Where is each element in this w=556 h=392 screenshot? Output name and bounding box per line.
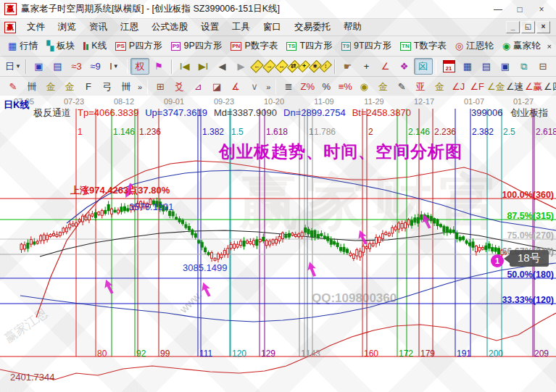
- percent-lines-button[interactable]: ≡%: [336, 78, 354, 95]
- prev-candle-button[interactable]: ◀: [213, 58, 232, 75]
- fan-box-button[interactable]: ⊿: [188, 78, 207, 95]
- close-button[interactable]: ×: [536, 4, 547, 14]
- info-panel-button-icon: ▤: [53, 61, 62, 72]
- gann-shape-tool-button-icon: ❖: [400, 61, 409, 72]
- angle-tool-button[interactable]: ∠: [376, 58, 395, 75]
- angle-f-button[interactable]: ∠F: [468, 78, 486, 95]
- menu-item-0[interactable]: 文件: [20, 20, 51, 35]
- notes-button[interactable]: ▤: [477, 58, 496, 75]
- angle-speed-button[interactable]: ∠速: [505, 78, 524, 95]
- brush-button[interactable]: ✎: [392, 78, 411, 95]
- menu-item-8[interactable]: 交易委托: [288, 20, 337, 35]
- candle-width-button[interactable]: ǀ▼: [105, 58, 124, 75]
- shift-right-button[interactable]: →: [262, 59, 275, 72]
- draw-pen-button[interactable]: ✎: [4, 78, 22, 95]
- ratio-label-1: 1: [309, 127, 314, 137]
- menu-item-7[interactable]: 窗口: [257, 20, 288, 35]
- gann-time-grid-button[interactable]: 卌: [117, 78, 136, 95]
- menu-item-2[interactable]: 资讯: [83, 20, 114, 35]
- ratio-lines-button[interactable]: ≣: [279, 78, 298, 95]
- menu-item-1[interactable]: 浏览: [51, 20, 83, 35]
- gann-box-button[interactable]: ⊞: [151, 78, 170, 95]
- overflow-grids[interactable]: »: [136, 83, 144, 91]
- save-button[interactable]: ▣: [496, 58, 515, 75]
- menu-item-6[interactable]: 工具: [225, 20, 257, 35]
- expand-v-button[interactable]: ↕: [320, 60, 332, 72]
- percent-z-button[interactable]: Z%: [298, 78, 317, 95]
- toolbar-separator: [436, 59, 437, 74]
- count-label-200: 200: [489, 349, 503, 359]
- t-number-table-button[interactable]: TNT数字表: [396, 38, 451, 54]
- angle-win-button[interactable]: ∠赢: [524, 78, 543, 95]
- 9t-square-button[interactable]: T99T四方形: [337, 38, 396, 54]
- kline-button[interactable]: K线: [79, 38, 111, 54]
- gann-f-grid-button[interactable]: F: [79, 78, 98, 95]
- restore-rights-button[interactable]: 权: [130, 58, 149, 75]
- percent-button[interactable]: %: [317, 78, 336, 95]
- overflow-fans[interactable]: »: [264, 83, 273, 91]
- sectors-button[interactable]: ▚板块: [42, 38, 79, 54]
- data-download-button[interactable]: ⊟: [534, 58, 552, 75]
- compress-all-button[interactable]: +: [298, 60, 310, 72]
- angle-j-button-icon: ∠J: [452, 81, 465, 92]
- p-square-button[interactable]: PSP四方形: [111, 38, 167, 54]
- t-square-button[interactable]: TST四方形: [282, 38, 336, 54]
- angle-gold-button[interactable]: ∠金: [486, 78, 505, 95]
- chart9-button-icon: ≈9: [90, 61, 100, 72]
- compress-h-button[interactable]: ⇄: [287, 60, 299, 72]
- gann-wheel-button[interactable]: ◎江恩轮: [451, 38, 498, 54]
- chart-area[interactable]: 日K线 极反通道Tp=4066.3839Up=3747.3619Md=3387.…: [0, 96, 556, 392]
- fan-lines-button[interactable]: 爻: [170, 78, 188, 95]
- gann-gold-grid-button[interactable]: 金: [41, 78, 60, 95]
- day-marker-badge[interactable]: 1: [491, 254, 504, 267]
- expand-h-button[interactable]: ↔: [275, 59, 288, 72]
- first-page-button[interactable]: Ⅰ◀: [175, 58, 194, 75]
- angle-j-button[interactable]: ∠J: [449, 78, 468, 95]
- winner-wheel-button[interactable]: ◉赢家轮: [498, 38, 545, 54]
- smart-analysis-button[interactable]: 囟: [414, 58, 433, 75]
- menu-item-9[interactable]: 帮助: [337, 20, 368, 35]
- angle-four-button[interactable]: ∠四: [543, 78, 556, 95]
- gann-grid-button[interactable]: 卌: [22, 78, 41, 95]
- toolbar-overflow-icon[interactable]: ×: [545, 42, 554, 51]
- last-page-button[interactable]: ▶Ⅰ: [194, 58, 213, 75]
- levels-flag-button[interactable]: ⚑: [149, 58, 168, 75]
- gann-shape-tool-button[interactable]: ❖: [395, 58, 414, 75]
- mdi-close-button[interactable]: ×: [536, 21, 550, 33]
- mdi-restore-button[interactable]: ◱: [521, 21, 535, 33]
- mdi-system-icon[interactable]: 赢: [4, 22, 16, 33]
- chart3-button[interactable]: ≈3: [67, 58, 86, 75]
- gann-gold-grid2-button[interactable]: 金: [60, 78, 79, 95]
- transfer-button[interactable]: ⧉: [515, 58, 534, 75]
- menu-item-5[interactable]: 设置: [194, 20, 225, 35]
- menu-item-3[interactable]: 江恩: [114, 20, 145, 35]
- expand-all-button[interactable]: ∗: [309, 60, 321, 72]
- info-panel-button[interactable]: ▤: [49, 58, 67, 75]
- ratio-label-1.618: 1.618: [266, 127, 288, 137]
- zigzag-button[interactable]: ∨: [245, 78, 264, 95]
- gann-ya-button[interactable]: 亚: [411, 78, 430, 95]
- mdi-minimize-button[interactable]: _: [506, 21, 520, 33]
- shift-left-button[interactable]: ←: [250, 59, 263, 72]
- gold-section-button[interactable]: 金: [430, 78, 449, 95]
- fan-square-button[interactable]: ◪: [207, 78, 226, 95]
- maximize-button[interactable]: □: [514, 4, 526, 14]
- next-candle-button[interactable]: ▶: [232, 58, 251, 75]
- gold-line-button[interactable]: 金: [373, 78, 392, 95]
- p-number-table-button[interactable]: PNP数字表: [226, 38, 282, 54]
- period-day-button[interactable]: 日▼: [4, 58, 22, 75]
- chart9-button[interactable]: ≈9: [86, 58, 105, 75]
- crosshair-tool-button[interactable]: +: [357, 58, 376, 75]
- menu-item-4[interactable]: 公式选股: [145, 20, 194, 35]
- zoom-window-button[interactable]: ▣: [30, 58, 49, 75]
- hand-tool-button[interactable]: ☛: [339, 58, 357, 75]
- calculator-button[interactable]: ▦: [458, 58, 477, 75]
- minimize-button[interactable]: —: [492, 4, 504, 14]
- calendar-button[interactable]: 21: [439, 58, 458, 75]
- candle-width-button-caret-icon: ▼: [113, 63, 119, 70]
- gold-circle-button[interactable]: ◉: [354, 78, 373, 95]
- gann-spiral-button[interactable]: 弓: [98, 78, 117, 95]
- quotes-button[interactable]: ▦行情: [4, 38, 42, 54]
- 9p-square-button[interactable]: P99P四方形: [167, 38, 227, 54]
- angle-lines-button[interactable]: ∡: [226, 78, 245, 95]
